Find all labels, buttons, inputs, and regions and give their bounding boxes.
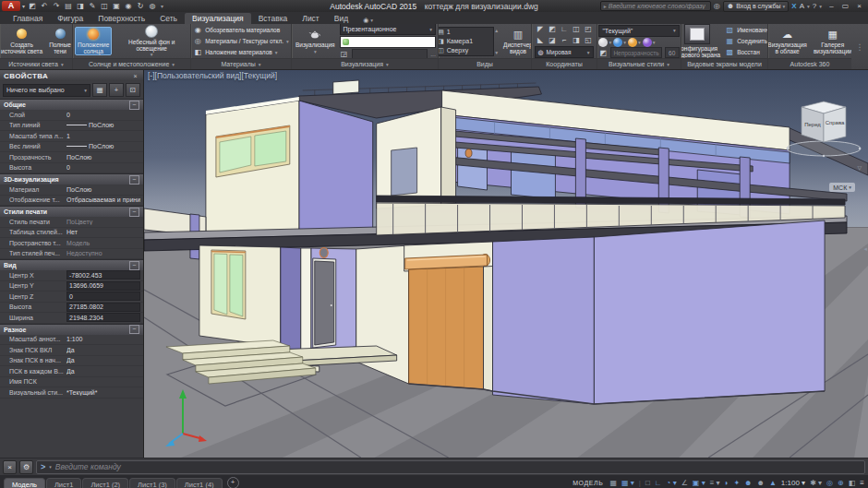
restore-button[interactable]: ▭ — [838, 1, 852, 11]
property-row[interactable]: Центр Z 0 — [0, 292, 143, 303]
property-row[interactable]: Масштаб типа л... 1 — [0, 131, 143, 142]
qat-icon[interactable]: ◉ — [123, 1, 134, 12]
section-header-plot-styles[interactable]: Стили печати – — [0, 206, 143, 217]
render-region-icon[interactable]: ◲ — [340, 50, 349, 58]
sun-status-button[interactable]: Положение солнца — [75, 27, 112, 55]
panel-title-render[interactable]: Визуализация▾ — [292, 58, 438, 69]
selection-combo[interactable]: Ничего не выбрано ▾ — [3, 84, 90, 97]
status-toggle-icon[interactable]: ◎ — [826, 479, 833, 487]
property-row[interactable]: Тип стилей печ... Недоступно — [0, 249, 143, 260]
help-icon[interactable]: ? — [813, 2, 816, 11]
palette-header[interactable]: СВОЙСТВА × — [0, 70, 143, 81]
signin-button[interactable]: ☻ Вход в службы ▾ — [723, 1, 790, 12]
property-row[interactable]: Имя ПСК — [0, 377, 143, 388]
property-row[interactable]: Отображение т... Отбрасываемая и прини..… — [0, 196, 143, 207]
viewcube-ucs-menu[interactable]: МСК ▾ — [829, 183, 855, 192]
panel-title-light-sources[interactable]: Источники света▾ — [0, 58, 72, 69]
model-space-label[interactable]: МОДЕЛЬ — [573, 480, 603, 486]
status-toggle-icon[interactable]: □ — [645, 479, 650, 487]
qat-icon[interactable]: ◍ — [147, 1, 158, 12]
section-header-3d-visualization[interactable]: 3D-визуализация – — [0, 173, 143, 184]
status-toggle-icon[interactable]: ☻ — [744, 479, 752, 487]
section-header-view[interactable]: Вид – — [0, 259, 143, 270]
ucs-tool-icon[interactable]: ◫ — [571, 24, 583, 34]
layout-tab[interactable]: Лист1 (2) — [82, 478, 128, 488]
ucs-tool-icon[interactable]: ∟ — [559, 24, 571, 34]
collapse-icon[interactable]: – — [129, 208, 139, 217]
render-size-field[interactable] — [352, 49, 428, 59]
viewport-controls-label[interactable]: [-][Пользовательский вид][Текущий] — [148, 71, 277, 80]
search-go-icon[interactable]: ▸ — [604, 3, 607, 9]
application-menu-button[interactable]: A — [2, 1, 20, 11]
status-toggle-icon[interactable]: ∟ — [655, 479, 662, 487]
opacity-icon[interactable]: ◩ — [598, 49, 608, 57]
status-toggle-icon[interactable]: ◔ ▾ — [667, 479, 677, 487]
property-row[interactable]: Знак ПСК ВКЛ Да — [0, 345, 143, 356]
close-button[interactable]: × — [852, 1, 866, 11]
status-toggle-icon[interactable]: ⊕ — [838, 479, 844, 487]
property-row[interactable]: Центр X -78002.453 — [0, 270, 143, 281]
application-menu-arrow-icon[interactable]: ▾ — [22, 3, 25, 9]
ribbon-tab[interactable]: Вид — [327, 13, 356, 24]
ucs-tool-icon[interactable]: ◩ — [547, 24, 559, 34]
qat-icon[interactable]: ◫ — [99, 1, 110, 12]
visual-style-select[interactable]: "Текущий" ▾ — [598, 25, 679, 37]
search-binoculars-icon[interactable]: ◎ — [714, 2, 720, 11]
qat-icon[interactable]: ↷ — [51, 1, 62, 12]
collapse-icon[interactable]: – — [129, 261, 139, 270]
property-row[interactable]: Центр Y 13696.0659 — [0, 281, 143, 292]
command-history-icon[interactable]: ▾ — [49, 464, 52, 470]
a360-arrow-icon[interactable]: ▾ — [807, 4, 810, 9]
render-output-field[interactable] — [340, 36, 436, 48]
ribbon-tab[interactable]: Вставка — [251, 13, 295, 24]
render-preset-select[interactable]: Презентационное ▾ — [340, 24, 436, 35]
status-toggle-icon[interactable]: 1:100 ▾ — [781, 479, 805, 487]
new-layout-button[interactable]: + — [227, 477, 239, 488]
status-toggle-icon[interactable]: ≡ ▾ — [710, 479, 720, 487]
view-list[interactable]: ▤ 1 ◨ Камера1 ◫ Сверху — [439, 27, 494, 56]
layout-tab[interactable]: Лист1 (4) — [176, 478, 223, 488]
ribbon-tab[interactable]: Лист — [295, 13, 326, 24]
qat-icon[interactable]: ↻ — [135, 1, 146, 12]
ucs-tool-icon[interactable]: ◣ — [535, 35, 547, 45]
palette-tool-button[interactable]: + — [109, 83, 124, 97]
view-list-item[interactable]: ◨ Камера1 — [439, 37, 493, 46]
property-row[interactable]: Визуальный сти... *Текущий* — [0, 387, 143, 399]
view-list-item[interactable]: ▤ 1 — [439, 28, 493, 37]
property-row[interactable]: Знак ПСК в нач... Да — [0, 356, 143, 367]
drawing-viewport[interactable]: [-][Пользовательский вид][Текущий] — [144, 70, 868, 458]
opacity-slider[interactable]: Непрозрачность — [610, 47, 661, 58]
view-list-item[interactable]: ◫ Сверху — [439, 46, 493, 55]
status-toggle-icon[interactable]: ◧ — [849, 479, 856, 487]
property-row[interactable]: Высота 27185.0802 — [0, 303, 143, 314]
layout-tab[interactable]: Модель — [4, 478, 45, 488]
viewcube-flyout-icon[interactable]: ▽ — [857, 164, 862, 171]
section-header-general[interactable]: Общие – — [0, 99, 143, 110]
collapse-icon[interactable]: – — [129, 325, 139, 334]
materials-row-button[interactable]: ◧ Наложение материалов ▾ — [193, 47, 277, 57]
ucs-tool-icon[interactable]: ◨ — [571, 35, 583, 45]
create-light-button[interactable]: Создать источник света — [0, 27, 44, 55]
section-header-misc[interactable]: Разное – — [0, 324, 143, 335]
property-row[interactable]: Тип линий ПоСлою — [0, 121, 143, 132]
status-toggle-icon[interactable]: ✱ ▾ — [810, 479, 822, 487]
minimize-button[interactable]: – — [825, 1, 838, 11]
help-search-input[interactable]: ▸ Введите ключевое слово/фразу — [600, 1, 711, 11]
viewport-tool-button[interactable]: ▦ Соединить — [725, 36, 767, 46]
ucs-tool-icon[interactable]: ⌐ — [559, 35, 571, 45]
render-gallery-button[interactable]: ▦ Галерея визуализации — [812, 27, 851, 55]
palette-close-icon[interactable]: × — [132, 73, 140, 79]
ribbon-tab[interactable]: Визуализация — [185, 13, 251, 24]
panel-title-visual-styles[interactable]: Визуальные стили▾ — [597, 58, 681, 69]
qat-icon[interactable]: ▣ — [111, 1, 122, 12]
ribbon-display-toggle[interactable]: ◉ ▾ — [359, 17, 377, 24]
status-toggle-icon[interactable]: ☻ — [757, 479, 765, 487]
sky-background-button[interactable]: Небесный фон и освещение ▾ — [115, 24, 188, 58]
palette-tool-button[interactable]: ⊡ — [126, 83, 140, 97]
qat-icon[interactable]: ✎ — [87, 1, 98, 12]
layout-tab[interactable]: Лист1 (3) — [129, 478, 175, 488]
viewcube-compass-ring[interactable] — [787, 141, 861, 156]
property-row[interactable]: Масштаб аннот... 1:100 — [0, 335, 143, 346]
property-row[interactable]: Вес линий ПоСлою — [0, 142, 143, 153]
property-row[interactable]: Таблица стилей... Нет — [0, 228, 143, 239]
